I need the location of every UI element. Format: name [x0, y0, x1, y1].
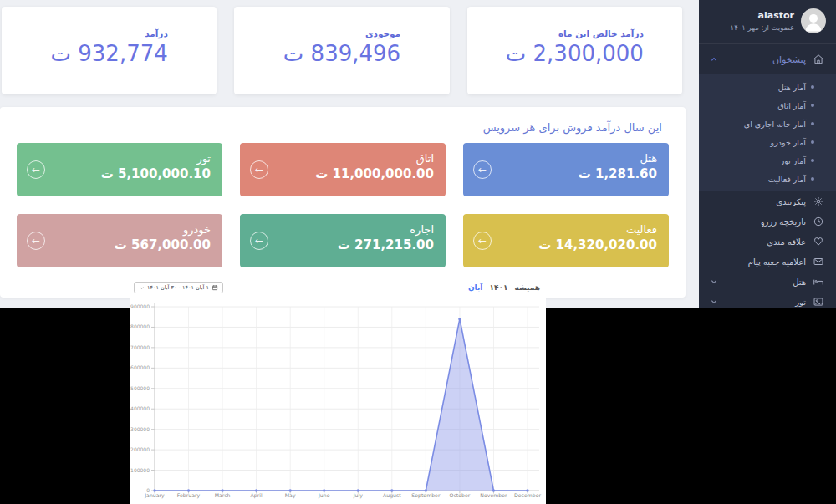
- user-membership: عضویت از: مهر ۱۴۰۱: [731, 23, 794, 32]
- service-card-car[interactable]: خودرو 567,000.00 ت ←: [17, 214, 222, 267]
- sidebar-item-label: هتل: [793, 277, 806, 287]
- sidebar-item-tour[interactable]: تور: [699, 292, 836, 312]
- date-range-dropdown[interactable]: ۱ آبان ۱۴۰۱ - ۳۰ آبان ۱۴۰۱: [134, 282, 223, 293]
- sidebar-item-label: آمار خودرو: [771, 138, 806, 147]
- stat-label-balance: موجودی: [283, 28, 400, 38]
- services-title: این سال درآمد فروش برای هر سرویس: [0, 107, 686, 134]
- service-card-room[interactable]: اتاق 11,000,000.00 ت ←: [240, 143, 446, 196]
- svg-text:April: April: [251, 492, 263, 499]
- sidebar-item-message-inbox[interactable]: اعلامیه جعبه پیام: [699, 252, 836, 272]
- sidebar-item-reservation-history[interactable]: تاریخچه رزرو: [699, 211, 836, 232]
- filter-month-aban[interactable]: آبان: [468, 283, 483, 292]
- service-value: 5,100,000.10 ت: [28, 166, 211, 181]
- sidebar: alastor عضویت از: مهر ۱۴۰۱ پیشخوان آمار …: [699, 0, 836, 308]
- chart-filters: همیشه ۱۴۰۱ آبان: [468, 283, 540, 292]
- service-label: تور: [28, 152, 211, 165]
- bullet-icon: [811, 122, 814, 125]
- hotel-icon: [813, 276, 824, 288]
- svg-text:600000: 600000: [130, 364, 150, 370]
- sidebar-item-hotel[interactable]: هتل: [699, 272, 836, 292]
- sidebar-item-label: آمار خانه اجاری ای: [744, 120, 806, 129]
- sidebar-item-activity-stats[interactable]: آمار فعالیت: [699, 170, 836, 188]
- svg-text:September: September: [411, 492, 441, 499]
- chevron-down-icon: [139, 285, 145, 291]
- service-card-hotel[interactable]: هتل 1,281.60 ت ←: [463, 143, 669, 196]
- bullet-icon: [811, 177, 814, 181]
- sidebar-item-label: تور: [795, 298, 806, 307]
- sidebar-item-configuration[interactable]: پیکربندی: [699, 191, 836, 211]
- svg-text:October: October: [450, 492, 471, 498]
- svg-text:May: May: [285, 492, 296, 499]
- bullet-icon: [811, 85, 814, 89]
- sidebar-item-label: تاریخچه رزرو: [761, 217, 806, 227]
- chart-header: ۱ آبان ۱۴۰۱ - ۳۰ آبان ۱۴۰۱ همیشه ۱۴۰۱ آب…: [130, 278, 546, 294]
- sidebar-item-label: علاقه مندی: [767, 237, 806, 247]
- sidebar-item-rental-house-stats[interactable]: آمار خانه اجاری ای: [699, 115, 836, 133]
- service-label: هتل: [475, 152, 657, 165]
- sidebar-item-label: آمار اتاق: [777, 101, 806, 110]
- avatar: [801, 8, 826, 33]
- circle-arrow-left-icon[interactable]: ←: [27, 232, 45, 250]
- sidebar-item-label: پیکربندی: [776, 197, 806, 206]
- filter-always[interactable]: همیشه: [514, 283, 540, 292]
- svg-text:800000: 800000: [130, 323, 150, 329]
- gear-icon: [813, 196, 824, 207]
- sidebar-item-label: پیشخوان: [772, 54, 806, 65]
- stats-row: درآمد 932,774 ت موجودی 839,496 ت درآمد خ…: [2, 7, 682, 94]
- stat-card-net-income-month: درآمد خالص این ماه 2,300,000 ت: [467, 7, 682, 94]
- service-card-activity[interactable]: فعالیت 14,320,020.00 ت ←: [463, 214, 669, 267]
- date-range-label: ۱ آبان ۱۴۰۱ - ۳۰ آبان ۱۴۰۱: [147, 284, 209, 291]
- stat-label-income: درآمد: [51, 28, 168, 38]
- stat-value-net-income: 2,300,000 ت: [506, 41, 644, 66]
- svg-text:December: December: [514, 492, 542, 498]
- circle-arrow-left-icon[interactable]: ←: [250, 160, 268, 179]
- service-value: 1,281.60 ت: [475, 166, 657, 181]
- service-value: 14,320,020.00 ت: [475, 237, 657, 252]
- user-block[interactable]: alastor عضویت از: مهر ۱۴۰۱: [699, 0, 836, 44]
- service-label: اتاق: [252, 152, 434, 165]
- sidebar-item-label: اعلامیه جعبه پیام: [748, 257, 806, 267]
- circle-arrow-left-icon[interactable]: ←: [27, 160, 45, 179]
- sidebar-item-label: آمار فعالیت: [768, 175, 806, 184]
- bullet-icon: [811, 104, 814, 107]
- service-label: خودرو: [28, 223, 211, 236]
- home-icon: [813, 53, 824, 65]
- svg-text:400000: 400000: [130, 405, 150, 411]
- svg-text:100000: 100000: [130, 467, 150, 473]
- svg-text:January: January: [144, 492, 165, 499]
- circle-arrow-left-icon[interactable]: ←: [473, 232, 492, 250]
- service-card-rent[interactable]: اجاره 271,215.00 ت ←: [240, 214, 446, 267]
- service-value: 271,215.00 ت: [252, 237, 434, 252]
- svg-text:900000: 900000: [130, 303, 150, 309]
- filter-year-1401[interactable]: ۱۴۰۱: [489, 283, 507, 292]
- sidebar-item-hotel-stats[interactable]: آمار هتل: [699, 78, 836, 96]
- circle-arrow-left-icon[interactable]: ←: [473, 160, 492, 179]
- sidebar-item-label: آمار هتل: [778, 83, 806, 92]
- stat-value-balance: 839,496 ت: [283, 41, 400, 66]
- services-panel: این سال درآمد فروش برای هر سرویس هتل 1,2…: [0, 107, 686, 298]
- bullet-icon: [811, 140, 814, 144]
- svg-text:February: February: [177, 492, 201, 499]
- sidebar-item-dashboard[interactable]: پیشخوان: [699, 44, 836, 74]
- sidebar-item-tour-stats[interactable]: آمار تور: [699, 151, 836, 170]
- service-value: 11,000,000.00 ت: [252, 166, 434, 181]
- chevron-up-icon: [711, 56, 717, 63]
- clock-icon: [813, 216, 824, 227]
- sidebar-item-car-stats[interactable]: آمار خودرو: [699, 133, 836, 151]
- svg-text:June: June: [318, 492, 330, 499]
- chevron-down-icon: [711, 278, 717, 285]
- service-card-tour[interactable]: تور 5,100,000.10 ت ←: [17, 143, 222, 196]
- sidebar-item-favorites[interactable]: علاقه مندی: [699, 232, 836, 252]
- dashboard-submenu: آمار هتل آمار اتاق آمار خانه اجاری ای آم…: [699, 74, 836, 191]
- revenue-area-chart: 0100000200000300000400000500000600000700…: [130, 294, 546, 501]
- chevron-down-icon: [711, 298, 717, 305]
- sidebar-item-room-stats[interactable]: آمار اتاق: [699, 96, 836, 115]
- svg-text:March: March: [215, 492, 231, 498]
- sidebar-item-label: آمار تور: [781, 156, 806, 165]
- bullet-icon: [811, 159, 814, 162]
- circle-arrow-left-icon[interactable]: ←: [250, 232, 268, 250]
- svg-text:200000: 200000: [130, 446, 150, 452]
- svg-text:300000: 300000: [130, 426, 150, 432]
- services-grid: هتل 1,281.60 ت ← اتاق 11,000,000.00 ت ← …: [17, 143, 669, 267]
- favorite-icon: [813, 236, 824, 247]
